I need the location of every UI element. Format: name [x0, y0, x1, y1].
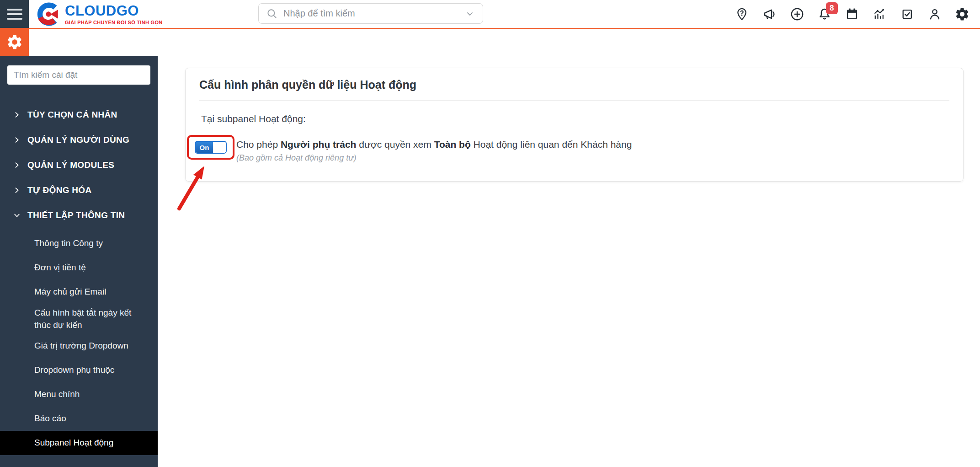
help-pin-button[interactable]	[734, 6, 750, 22]
sidebar-item-dropdown-values[interactable]: Giá trị trường Dropdown	[0, 334, 158, 358]
calendar-icon	[844, 6, 860, 22]
annotation-highlight-box: On	[187, 135, 234, 160]
search-icon	[266, 8, 278, 20]
permission-description: Cho phép Người phụ trách được quyền xem …	[236, 135, 632, 163]
divider	[199, 100, 949, 101]
permission-note: (Bao gồm cả Hoạt động riêng tư)	[236, 153, 632, 163]
permission-role: Người phụ trách	[281, 139, 356, 150]
megaphone-icon	[762, 6, 777, 22]
plus-circle-icon	[789, 6, 805, 22]
global-search[interactable]	[258, 3, 483, 24]
cloudgo-logo[interactable]: CLOUDGO GIẢI PHÁP CHUYỂN ĐỔI SỐ TINH GỌN	[36, 2, 163, 27]
sidebar-item-expected-close-toggle[interactable]: Cấu hình bật tắt ngày kết thúc dự kiến	[0, 304, 158, 334]
notification-badge[interactable]: 8	[826, 2, 838, 14]
chevron-down-icon	[14, 212, 20, 219]
gear-icon	[6, 33, 23, 51]
settings-sidebar: TÙY CHỌN CÁ NHÂN QUẢN LÝ NGƯỜI DÙNG QUẢN…	[0, 56, 158, 467]
hamburger-menu-button[interactable]	[0, 0, 29, 28]
sidebar-section-users[interactable]: QUẢN LÝ NGƯỜI DÙNG	[0, 127, 158, 152]
gear-icon	[954, 6, 970, 22]
notifications-button[interactable]: 8	[817, 6, 832, 22]
main-content: Cấu hình phân quyền dữ liệu Hoạt động Tạ…	[158, 56, 980, 467]
sidebar-section-personal[interactable]: TÙY CHỌN CÁ NHÂN	[0, 102, 158, 127]
toggle-on-label: On	[196, 142, 213, 153]
hamburger-icon	[7, 9, 22, 11]
chevron-right-icon	[14, 112, 20, 118]
search-scope-chevron-icon[interactable]	[464, 8, 475, 19]
quick-create-button[interactable]	[789, 6, 805, 22]
announcements-button[interactable]	[762, 6, 777, 22]
sidebar-sections: TÙY CHỌN CÁ NHÂN QUẢN LÝ NGƯỜI DÙNG QUẢN…	[0, 102, 158, 228]
chevron-right-icon	[14, 162, 20, 168]
tasks-button[interactable]	[900, 6, 915, 22]
top-bar: CLOUDGO GIẢI PHÁP CHUYỂN ĐỔI SỐ TINH GỌN	[0, 0, 980, 28]
sidebar-section-automation[interactable]: TỰ ĐỘNG HÓA	[0, 177, 158, 203]
subpanel-section-label: Tại subpanel Hoạt động:	[201, 113, 306, 124]
profile-button[interactable]	[927, 6, 943, 22]
topbar-icon-group: 8	[734, 0, 970, 28]
help-pin-icon	[735, 7, 749, 21]
sidebar-section-information[interactable]: THIẾT LẬP THÔNG TIN	[0, 203, 158, 228]
permission-scope: Toàn bộ	[434, 139, 471, 150]
sidebar-item-reports[interactable]: Báo cáo	[0, 407, 158, 431]
analytics-button[interactable]	[872, 6, 887, 22]
checkbox-check-icon	[900, 7, 915, 21]
settings-button[interactable]	[954, 6, 970, 22]
search-input[interactable]	[283, 8, 459, 19]
sidebar-item-company-info[interactable]: Thông tin Công ty	[0, 231, 158, 256]
breadcrumb-bar: TRANG CHỦ › Thiết lập thông tin › Subpan…	[0, 29, 980, 56]
sidebar-search	[7, 65, 150, 85]
sidebar-section-modules[interactable]: QUẢN LÝ MODULES	[0, 152, 158, 177]
logo-tagline: GIẢI PHÁP CHUYỂN ĐỔI SỐ TINH GỌN	[65, 20, 163, 25]
settings-home-tile[interactable]	[0, 28, 29, 56]
chevron-right-icon	[14, 137, 20, 143]
sidebar-submenu: Thông tin Công ty Đơn vị tiền tệ Máy chủ…	[0, 231, 158, 455]
permission-toggle[interactable]: On	[195, 141, 227, 154]
sidebar-item-dependent-dropdown[interactable]: Dropdown phụ thuộc	[0, 358, 158, 382]
calendar-button[interactable]	[844, 6, 860, 22]
cloudgo-logo-icon	[36, 2, 60, 27]
sidebar-item-main-menu[interactable]: Menu chính	[0, 382, 158, 407]
analytics-chart-icon	[872, 6, 887, 22]
sidebar-item-currency[interactable]: Đơn vị tiền tệ	[0, 256, 158, 280]
permission-toggle-row: On Cho phép Người phụ trách được quyền x…	[187, 135, 632, 163]
app-window: CLOUDGO GIẢI PHÁP CHUYỂN ĐỔI SỐ TINH GỌN	[0, 0, 980, 467]
toggle-track	[213, 142, 226, 153]
sidebar-item-email-server[interactable]: Máy chủ gửi Email	[0, 280, 158, 304]
logo-name: CLOUDGO	[65, 4, 163, 18]
person-icon	[927, 6, 943, 22]
sidebar-search-input[interactable]	[7, 65, 150, 85]
sidebar-item-activity-subpanel[interactable]: Subpanel Hoạt động	[0, 431, 158, 455]
chevron-right-icon	[14, 187, 20, 193]
card-title: Cấu hình phân quyền dữ liệu Hoạt động	[199, 78, 416, 91]
permission-config-card: Cấu hình phân quyền dữ liệu Hoạt động Tạ…	[185, 68, 964, 182]
